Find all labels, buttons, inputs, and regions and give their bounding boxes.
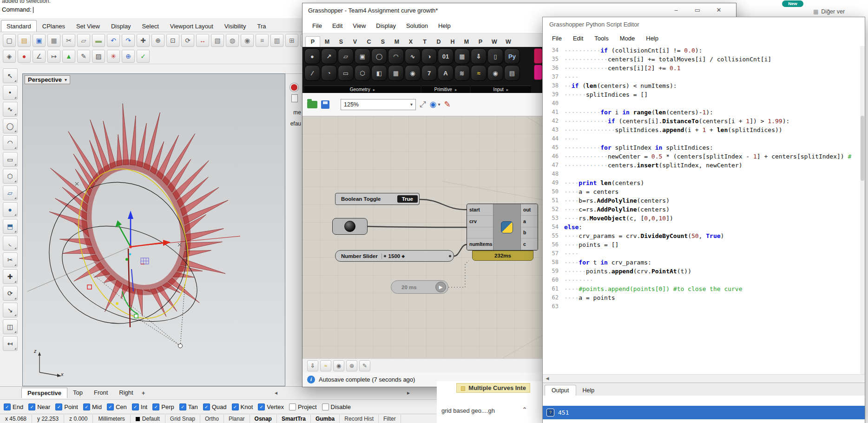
toolbar-icon-join[interactable]: ⊕ xyxy=(122,50,135,63)
chevron-down-icon[interactable]: ▾ xyxy=(65,77,67,82)
toolbar-icon-check[interactable]: ✓ xyxy=(137,50,150,63)
viewport-perspective[interactable]: Perspective ▾ z x xyxy=(22,73,285,386)
gumball-handle-green[interactable] xyxy=(134,314,138,318)
browser-bookmark-item[interactable]: ▦ Diğer ver xyxy=(813,8,845,15)
layer-cell[interactable]: Default xyxy=(131,415,165,423)
checkbox[interactable]: ✓ xyxy=(55,403,62,410)
toolbar-icon-cut[interactable]: ✂ xyxy=(62,34,75,47)
command-input[interactable]: Command: xyxy=(2,6,33,13)
toolbar-icon-hatch[interactable]: ▨ xyxy=(92,50,105,63)
category-tab-s[interactable]: S xyxy=(376,37,390,47)
status-cell-y-22-253[interactable]: y 22.253 xyxy=(32,415,64,423)
palette-footer-input[interactable]: Input ▸ xyxy=(471,86,531,93)
component-polygon[interactable]: ⬡ xyxy=(355,65,370,81)
canvas-icon-paint[interactable]: ≈ xyxy=(320,360,331,371)
category-tab-d[interactable]: D xyxy=(432,37,446,47)
toolbar-icon-print[interactable]: ▦ xyxy=(47,34,60,47)
toggle-value[interactable]: True xyxy=(397,195,418,203)
category-tab-m[interactable]: M xyxy=(460,37,473,47)
component-python[interactable]: Py xyxy=(504,48,520,64)
scroll-left-button[interactable]: ◀ xyxy=(544,375,551,382)
gh-menu-help[interactable]: Help xyxy=(433,20,456,31)
status-toggle-osnap[interactable]: Osnap xyxy=(250,415,277,423)
zoom-select[interactable]: 125% ▾ xyxy=(341,99,416,110)
code-editor[interactable]: 34··········if (collisionCnt[i] != 0.0):… xyxy=(543,46,865,374)
status-toggle-grid-snap[interactable]: Grid Snap xyxy=(165,415,200,423)
component-ellipse[interactable]: ◔ xyxy=(321,65,337,81)
tool-rectangle[interactable]: ▭ xyxy=(3,152,18,167)
component-panel[interactable]: ▯ xyxy=(487,48,503,64)
new-badge[interactable]: New xyxy=(782,0,803,7)
component-domain[interactable]: ◑ xyxy=(421,48,437,64)
status-cell-millimeters[interactable]: Millimeters xyxy=(93,415,130,423)
component-pink[interactable] xyxy=(534,48,542,64)
input-numitems[interactable]: numItems xyxy=(467,238,493,250)
tool-arc[interactable]: ◠ xyxy=(3,135,18,150)
category-tab-p[interactable]: P xyxy=(473,37,487,47)
osnap-tan[interactable]: ✓Tan xyxy=(179,403,198,410)
toolbar-icon-record-history[interactable]: ● xyxy=(18,50,31,63)
toolbar-icon-angle-dim[interactable]: ∠ xyxy=(33,50,46,63)
toolbar-icon-area[interactable]: ▲ xyxy=(62,50,75,63)
toolbar-icon-rotate-view[interactable]: ⟳ xyxy=(181,34,194,47)
toolbar-tab-set-view[interactable]: Set View xyxy=(71,20,105,32)
category-tab-x[interactable]: X xyxy=(404,37,418,47)
editor-menu-file[interactable]: File xyxy=(546,33,567,44)
editor-title-bar[interactable]: Grasshopper Python Script Editor xyxy=(543,17,865,31)
toolbar-icon-annotate[interactable]: ✎ xyxy=(77,50,90,63)
osnap-perp[interactable]: ✓Perp xyxy=(152,403,174,410)
category-tab-t[interactable]: T xyxy=(418,37,432,47)
status-toggle-planar[interactable]: Planar xyxy=(224,415,250,423)
toolbar-icon-lock-objects[interactable]: ◉ xyxy=(241,34,254,47)
wire-slider-numitems[interactable] xyxy=(454,245,467,256)
toolbar-icon-paste[interactable]: ▬ xyxy=(92,34,105,47)
viewport-tab-top[interactable]: Top xyxy=(67,388,88,398)
toolbar-icon-pan-view[interactable]: ✚ xyxy=(137,34,150,47)
component-box[interactable]: ▣ xyxy=(355,48,370,64)
category-tab-p[interactable]: P xyxy=(305,36,320,47)
checkbox[interactable]: ✓ xyxy=(258,403,265,410)
osnap-cen[interactable]: ✓Cen xyxy=(107,403,127,410)
gh-menu-view[interactable]: View xyxy=(348,20,371,31)
component-integer[interactable]: 01 xyxy=(438,48,453,64)
tool-rotate[interactable]: ⟳ xyxy=(3,286,18,301)
osnap-end[interactable]: ✓End xyxy=(4,403,23,410)
status-cell-z-0-000[interactable]: z 0.000 xyxy=(64,415,93,423)
toolbar-icon-zoom-extents[interactable]: ⊡ xyxy=(166,34,179,47)
tool-curve[interactable]: ∿ xyxy=(3,102,18,117)
editor-menu-tools[interactable]: Tools xyxy=(589,33,614,44)
chevron-up-icon[interactable]: ⌃ xyxy=(519,405,530,416)
checkbox[interactable] xyxy=(289,403,296,410)
tool-extrude[interactable]: ⬒ xyxy=(3,219,18,234)
tool-sphere[interactable]: ● xyxy=(3,202,18,217)
component-arc[interactable]: ◠ xyxy=(388,48,404,64)
osnap-int[interactable]: ✓Int xyxy=(132,403,147,410)
toolbar-tab-select[interactable]: Select xyxy=(137,20,164,32)
gh-menu-solution[interactable]: Solution xyxy=(401,20,433,31)
viewport-title[interactable]: Perspective ▾ xyxy=(25,75,70,84)
category-tab-v[interactable]: V xyxy=(348,37,362,47)
osnap-near[interactable]: ✓Near xyxy=(28,403,50,410)
status-toggle-ortho[interactable]: Ortho xyxy=(200,415,224,423)
component-knob[interactable]: ◉ xyxy=(487,65,503,81)
component-point[interactable]: ● xyxy=(304,48,320,64)
canvas-icon-sketch[interactable]: ✎ xyxy=(359,360,370,371)
python-component-body[interactable] xyxy=(493,204,520,250)
component-sphere[interactable]: ◉ xyxy=(405,65,421,81)
checkbox[interactable]: ✓ xyxy=(232,403,239,410)
popup-item[interactable]: ▧ Multiple Curves Inte xyxy=(456,383,530,393)
maximize-button[interactable]: ▭ xyxy=(687,4,708,16)
save-file-icon[interactable] xyxy=(321,100,329,109)
output-row-selected[interactable]: ? 451 xyxy=(543,406,865,419)
category-tab-s[interactable]: S xyxy=(334,37,348,47)
toolbar-icon-zoom-in[interactable]: ⊕ xyxy=(151,34,164,47)
gh-menu-display[interactable]: Display xyxy=(371,20,401,31)
category-tab-w[interactable]: W xyxy=(487,37,501,47)
toolbar-icon-grid-snap[interactable]: ⊞ xyxy=(285,34,298,47)
category-tab-m[interactable]: M xyxy=(320,37,334,47)
toolbar-tab-display[interactable]: Display xyxy=(105,20,137,32)
wire-curve-crv[interactable] xyxy=(367,226,467,227)
toolbar-icon-new-file[interactable]: ▢ xyxy=(3,34,16,47)
download-item[interactable]: grid based geo....gh xyxy=(441,407,495,414)
toolbar-icon-undo[interactable]: ↶ xyxy=(107,34,120,47)
